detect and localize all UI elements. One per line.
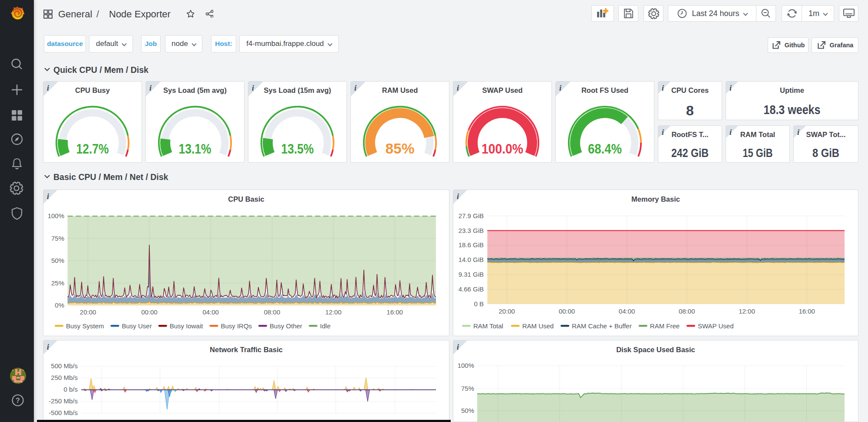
svg-text:RAM Free: RAM Free [650,322,680,330]
svg-text:-250 Mb/s: -250 Mb/s [49,397,78,405]
svg-text:Busy System: Busy System [66,322,104,330]
svg-text:8: 8 [686,103,694,118]
svg-text:RAM Used: RAM Used [522,322,554,330]
svg-text:Idle: Idle [320,322,330,330]
svg-text:20:00: 20:00 [80,308,96,316]
svg-text:12:00: 12:00 [325,308,342,316]
svg-text:08:00: 08:00 [679,308,695,315]
svg-text:00:00: 00:00 [141,308,158,316]
svg-text:Busy Iowait: Busy Iowait [170,322,204,330]
svg-text:250 Mb/s: 250 Mb/s [51,374,78,381]
svg-text:-500 Mb/s: -500 Mb/s [49,409,78,416]
svg-text:RAM Cache + Buffer: RAM Cache + Buffer [572,322,632,330]
svg-text:14.0 GiB: 14.0 GiB [459,256,484,263]
svg-text:00:00: 00:00 [559,308,575,315]
svg-text:500 Mb/s: 500 Mb/s [51,362,78,370]
svg-text:15 GiB: 15 GiB [743,146,773,160]
svg-text:Busy IRQs: Busy IRQs [221,322,252,330]
svg-text:12:00: 12:00 [739,308,755,315]
svg-text:4.66 GiB: 4.66 GiB [459,285,484,293]
svg-text:85%: 85% [386,140,415,157]
svg-text:8 GiB: 8 GiB [812,146,839,160]
svg-text:50%: 50% [461,407,474,414]
svg-text:100%: 100% [48,212,64,219]
svg-text:75%: 75% [51,235,64,242]
svg-text:27.9 GiB: 27.9 GiB [459,212,484,219]
svg-text:18.3 weeks: 18.3 weeks [764,103,821,117]
svg-text:25%: 25% [51,279,64,287]
svg-text:100%: 100% [458,362,474,369]
svg-text:Busy User: Busy User [122,322,152,330]
svg-text:50%: 50% [51,257,64,264]
svg-text:9.31 GiB: 9.31 GiB [459,271,484,278]
svg-text:13.1%: 13.1% [179,141,211,157]
svg-text:SWAP Used: SWAP Used [698,322,734,330]
svg-text:16:00: 16:00 [386,308,403,316]
svg-text:20:00: 20:00 [498,308,515,315]
svg-text:18.6 GiB: 18.6 GiB [459,241,484,249]
svg-text:0 b/s: 0 b/s [63,386,78,393]
svg-text:?: ? [16,397,20,404]
svg-text:75%: 75% [461,385,474,392]
svg-text:0 B: 0 B [474,300,484,308]
svg-text:12.7%: 12.7% [76,141,109,157]
svg-text:04:00: 04:00 [619,308,635,315]
svg-text:0%: 0% [55,301,64,309]
svg-text:16:00: 16:00 [799,308,815,315]
svg-text:100.0%: 100.0% [482,141,523,157]
svg-text:23.3 GiB: 23.3 GiB [459,227,484,234]
svg-text:68.4%: 68.4% [588,141,622,157]
svg-text:Busy Other: Busy Other [270,322,302,330]
svg-text:08:00: 08:00 [264,308,281,316]
svg-text:242 GiB: 242 GiB [671,146,709,160]
svg-text:RAM Total: RAM Total [473,322,503,330]
svg-text:04:00: 04:00 [202,308,219,316]
svg-text:13.5%: 13.5% [281,141,314,157]
